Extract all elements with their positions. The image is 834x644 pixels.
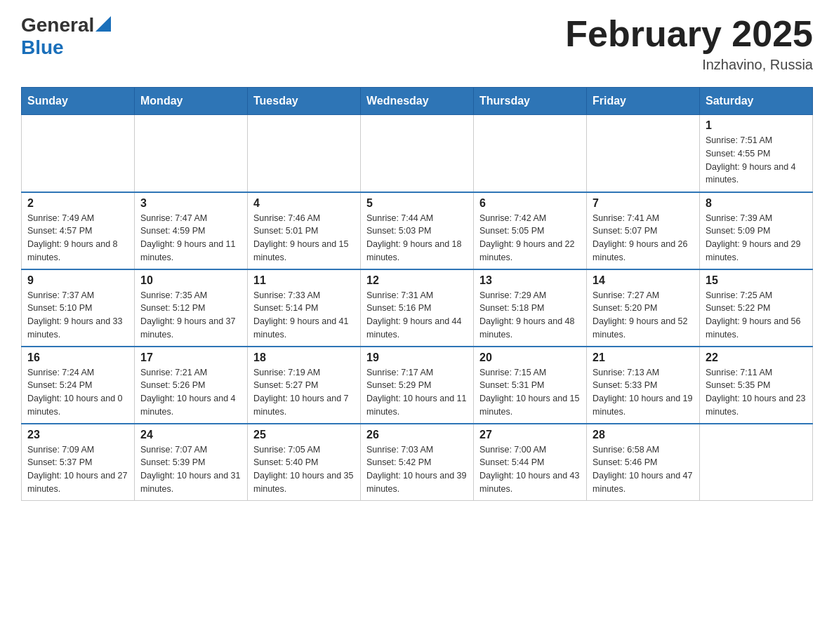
day-info: Sunrise: 7:41 AMSunset: 5:07 PMDaylight:… [593, 212, 694, 264]
day-number: 10 [140, 274, 241, 287]
day-number: 18 [253, 351, 355, 364]
day-number: 12 [366, 274, 468, 287]
calendar-cell: 28Sunrise: 6:58 AMSunset: 5:46 PMDayligh… [587, 424, 700, 501]
logo: General Blue [21, 14, 111, 59]
day-info: Sunrise: 7:03 AMSunset: 5:42 PMDaylight:… [366, 443, 468, 496]
day-number: 6 [479, 197, 581, 210]
calendar-week-row: 23Sunrise: 7:09 AMSunset: 5:37 PMDayligh… [22, 424, 813, 501]
logo-blue: Blue [21, 36, 64, 58]
calendar-cell: 6Sunrise: 7:42 AMSunset: 5:05 PMDaylight… [474, 192, 587, 269]
weekday-header-friday: Friday [587, 88, 700, 115]
calendar-cell [474, 115, 587, 192]
calendar-cell [248, 115, 361, 192]
day-info: Sunrise: 7:31 AMSunset: 5:16 PMDaylight:… [366, 289, 468, 342]
day-number: 4 [253, 197, 355, 210]
calendar-cell: 24Sunrise: 7:07 AMSunset: 5:39 PMDayligh… [135, 424, 248, 501]
day-info: Sunrise: 7:46 AMSunset: 5:01 PMDaylight:… [253, 212, 355, 264]
day-info: Sunrise: 7:00 AMSunset: 5:44 PMDaylight:… [479, 443, 581, 496]
calendar-table: SundayMondayTuesdayWednesdayThursdayFrid… [21, 87, 813, 501]
calendar-week-row: 16Sunrise: 7:24 AMSunset: 5:24 PMDayligh… [22, 347, 813, 424]
logo-blue-text: Blue [21, 36, 111, 59]
day-info: Sunrise: 7:33 AMSunset: 5:14 PMDaylight:… [253, 289, 355, 342]
calendar-cell: 7Sunrise: 7:41 AMSunset: 5:07 PMDaylight… [587, 192, 700, 269]
calendar-cell: 13Sunrise: 7:29 AMSunset: 5:18 PMDayligh… [474, 269, 587, 347]
day-number: 24 [140, 429, 241, 441]
logo-general-text: General [21, 14, 94, 36]
day-info: Sunrise: 7:19 AMSunset: 5:27 PMDaylight:… [253, 366, 355, 419]
calendar-cell: 17Sunrise: 7:21 AMSunset: 5:26 PMDayligh… [135, 347, 248, 424]
day-info: Sunrise: 7:17 AMSunset: 5:29 PMDaylight:… [366, 366, 468, 419]
weekday-header-thursday: Thursday [474, 88, 587, 115]
page-header: General Blue February 2025 Inzhavino, Ru… [21, 14, 813, 73]
calendar-cell: 9Sunrise: 7:37 AMSunset: 5:10 PMDaylight… [22, 269, 135, 347]
calendar-cell: 18Sunrise: 7:19 AMSunset: 5:27 PMDayligh… [248, 347, 361, 424]
weekday-header-wednesday: Wednesday [361, 88, 474, 115]
day-info: Sunrise: 7:47 AMSunset: 4:59 PMDaylight:… [140, 212, 241, 264]
weekday-header-saturday: Saturday [700, 88, 813, 115]
day-info: Sunrise: 7:15 AMSunset: 5:31 PMDaylight:… [479, 366, 581, 419]
calendar-cell: 16Sunrise: 7:24 AMSunset: 5:24 PMDayligh… [22, 347, 135, 424]
calendar-header: SundayMondayTuesdayWednesdayThursdayFrid… [22, 88, 813, 115]
month-title: February 2025 [565, 14, 813, 54]
calendar-cell: 25Sunrise: 7:05 AMSunset: 5:40 PMDayligh… [248, 424, 361, 501]
calendar-week-row: 9Sunrise: 7:37 AMSunset: 5:10 PMDaylight… [22, 269, 813, 347]
calendar-cell: 1Sunrise: 7:51 AMSunset: 4:55 PMDaylight… [700, 115, 813, 192]
day-number: 15 [706, 274, 807, 287]
day-info: Sunrise: 7:05 AMSunset: 5:40 PMDaylight:… [253, 443, 355, 496]
day-number: 14 [593, 274, 694, 287]
calendar-cell: 27Sunrise: 7:00 AMSunset: 5:44 PMDayligh… [474, 424, 587, 501]
location: Inzhavino, Russia [565, 57, 813, 73]
calendar-cell [700, 424, 813, 501]
day-info: Sunrise: 7:25 AMSunset: 5:22 PMDaylight:… [706, 289, 807, 342]
day-number: 23 [27, 429, 128, 441]
day-number: 13 [479, 274, 581, 287]
day-info: Sunrise: 7:11 AMSunset: 5:35 PMDaylight:… [706, 366, 807, 419]
day-info: Sunrise: 6:58 AMSunset: 5:46 PMDaylight:… [593, 443, 694, 496]
logo-wrapper: General Blue [21, 14, 111, 59]
day-number: 5 [366, 197, 468, 210]
day-number: 26 [366, 429, 468, 441]
weekday-header-monday: Monday [135, 88, 248, 115]
day-info: Sunrise: 7:27 AMSunset: 5:20 PMDaylight:… [593, 289, 694, 342]
day-number: 3 [140, 197, 241, 210]
day-number: 22 [706, 351, 807, 364]
day-number: 16 [27, 351, 128, 364]
weekday-header-sunday: Sunday [22, 88, 135, 115]
day-info: Sunrise: 7:07 AMSunset: 5:39 PMDaylight:… [140, 443, 241, 496]
day-number: 17 [140, 351, 241, 364]
day-number: 27 [479, 429, 581, 441]
day-info: Sunrise: 7:39 AMSunset: 5:09 PMDaylight:… [706, 212, 807, 264]
day-info: Sunrise: 7:09 AMSunset: 5:37 PMDaylight:… [27, 443, 128, 496]
day-number: 2 [27, 197, 128, 210]
day-info: Sunrise: 7:49 AMSunset: 4:57 PMDaylight:… [27, 212, 128, 264]
day-number: 11 [253, 274, 355, 287]
calendar-cell: 23Sunrise: 7:09 AMSunset: 5:37 PMDayligh… [22, 424, 135, 501]
day-number: 9 [27, 274, 128, 287]
calendar-cell: 4Sunrise: 7:46 AMSunset: 5:01 PMDaylight… [248, 192, 361, 269]
calendar-cell: 5Sunrise: 7:44 AMSunset: 5:03 PMDaylight… [361, 192, 474, 269]
day-number: 8 [706, 197, 807, 210]
title-area: February 2025 Inzhavino, Russia [565, 14, 813, 73]
calendar-cell: 22Sunrise: 7:11 AMSunset: 5:35 PMDayligh… [700, 347, 813, 424]
calendar-cell: 2Sunrise: 7:49 AMSunset: 4:57 PMDaylight… [22, 192, 135, 269]
calendar-cell: 19Sunrise: 7:17 AMSunset: 5:29 PMDayligh… [361, 347, 474, 424]
day-info: Sunrise: 7:35 AMSunset: 5:12 PMDaylight:… [140, 289, 241, 342]
logo-line1: General [21, 14, 111, 36]
svg-marker-0 [95, 16, 111, 32]
calendar-week-row: 1Sunrise: 7:51 AMSunset: 4:55 PMDaylight… [22, 115, 813, 192]
day-number: 25 [253, 429, 355, 441]
calendar-cell: 11Sunrise: 7:33 AMSunset: 5:14 PMDayligh… [248, 269, 361, 347]
day-info: Sunrise: 7:29 AMSunset: 5:18 PMDaylight:… [479, 289, 581, 342]
calendar-cell [135, 115, 248, 192]
day-info: Sunrise: 7:37 AMSunset: 5:10 PMDaylight:… [27, 289, 128, 342]
day-number: 21 [593, 351, 694, 364]
day-info: Sunrise: 7:13 AMSunset: 5:33 PMDaylight:… [593, 366, 694, 419]
calendar-cell [361, 115, 474, 192]
calendar-cell: 15Sunrise: 7:25 AMSunset: 5:22 PMDayligh… [700, 269, 813, 347]
calendar-cell: 20Sunrise: 7:15 AMSunset: 5:31 PMDayligh… [474, 347, 587, 424]
calendar-cell [22, 115, 135, 192]
day-number: 28 [593, 429, 694, 441]
day-info: Sunrise: 7:44 AMSunset: 5:03 PMDaylight:… [366, 212, 468, 264]
day-number: 7 [593, 197, 694, 210]
day-number: 19 [366, 351, 468, 364]
